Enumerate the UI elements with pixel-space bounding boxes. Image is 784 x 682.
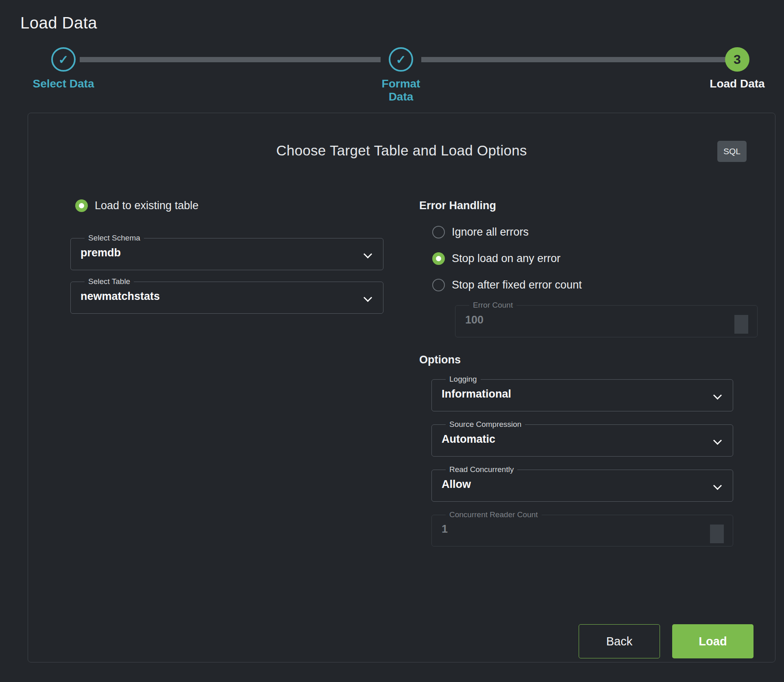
concurrent-reader-count-field: Concurrent Reader Count 1 (431, 511, 733, 547)
radio-label[interactable]: Load to existing table (95, 199, 198, 212)
target-table-section: Load to existing table Select Schema pre… (70, 199, 383, 314)
load-button[interactable]: Load (672, 624, 754, 658)
number-spinner (710, 525, 724, 543)
panel-title: Choose Target Table and Load Options (28, 142, 775, 159)
logging-label: Logging (446, 375, 481, 384)
read-concurrently-dropdown[interactable]: Read Concurrently Allow (431, 466, 733, 502)
step-complete-circle[interactable]: ✓ (51, 47, 76, 72)
logging-dropdown[interactable]: Logging Informational (431, 375, 733, 411)
step-select-data[interactable]: ✓ Select Data (31, 47, 96, 90)
step-format-data[interactable]: ✓ Format Data (368, 47, 433, 103)
number-spinner (734, 315, 748, 334)
select-schema-label: Select Schema (85, 234, 144, 243)
options-heading: Options (419, 354, 758, 366)
error-count-value: 100 (464, 310, 748, 337)
wizard-stepper: ✓ Select Data ✓ Format Data 3 Load Data (0, 0, 784, 94)
radio-stop-load-on-any-error[interactable]: Stop load on any error (432, 252, 758, 265)
radio-selected-icon[interactable] (75, 199, 88, 212)
step-load-data[interactable]: 3 Load Data (705, 47, 770, 90)
error-count-field: Error Count 100 (455, 301, 758, 337)
stepper-line-segment (80, 57, 381, 62)
source-compression-label: Source Compression (446, 420, 525, 429)
sql-button[interactable]: SQL (717, 141, 747, 162)
source-compression-value[interactable]: Automatic (441, 429, 724, 456)
source-compression-dropdown[interactable]: Source Compression Automatic (431, 420, 733, 457)
select-table-label: Select Table (85, 278, 134, 286)
radio-label[interactable]: Stop after fixed error count (452, 279, 582, 291)
read-concurrently-value[interactable]: Allow (441, 474, 724, 501)
stepper-line-segment (421, 57, 725, 62)
radio-stop-after-fixed-error-count[interactable]: Stop after fixed error count (432, 279, 758, 291)
radio-selected-icon[interactable] (432, 252, 445, 265)
check-icon: ✓ (58, 52, 68, 67)
logging-value[interactable]: Informational (441, 384, 724, 411)
load-settings-section: Error Handling Ignore all errors Stop lo… (419, 199, 758, 546)
error-count-label: Error Count (469, 301, 516, 310)
read-concurrently-label: Read Concurrently (446, 466, 517, 474)
select-schema-value[interactable]: premdb (80, 243, 374, 270)
step-label: Load Data (705, 77, 770, 90)
concurrent-reader-count-label: Concurrent Reader Count (446, 511, 542, 519)
error-handling-heading: Error Handling (419, 199, 758, 212)
step-label: Select Data (31, 77, 96, 90)
radio-ignore-all-errors[interactable]: Ignore all errors (432, 226, 758, 238)
radio-label[interactable]: Ignore all errors (452, 226, 529, 238)
radio-label[interactable]: Stop load on any error (452, 252, 560, 265)
radio-unselected-icon[interactable] (432, 279, 445, 291)
radio-load-to-existing-table[interactable]: Load to existing table (75, 199, 383, 212)
concurrent-reader-count-value: 1 (441, 519, 724, 546)
step-number: 3 (734, 52, 741, 67)
error-handling-radio-group: Ignore all errors Stop load on any error… (432, 226, 758, 291)
radio-unselected-icon[interactable] (432, 226, 445, 238)
check-icon: ✓ (396, 52, 406, 67)
back-button[interactable]: Back (579, 624, 660, 658)
select-table-value[interactable]: newmatchstats (80, 286, 374, 313)
step-current-circle[interactable]: 3 (725, 47, 749, 72)
load-options-panel: Choose Target Table and Load Options SQL… (28, 113, 775, 662)
select-table-dropdown[interactable]: Select Table newmatchstats (70, 278, 383, 314)
step-complete-circle[interactable]: ✓ (389, 47, 413, 72)
select-schema-dropdown[interactable]: Select Schema premdb (70, 234, 383, 270)
step-label: Format Data (368, 77, 433, 103)
